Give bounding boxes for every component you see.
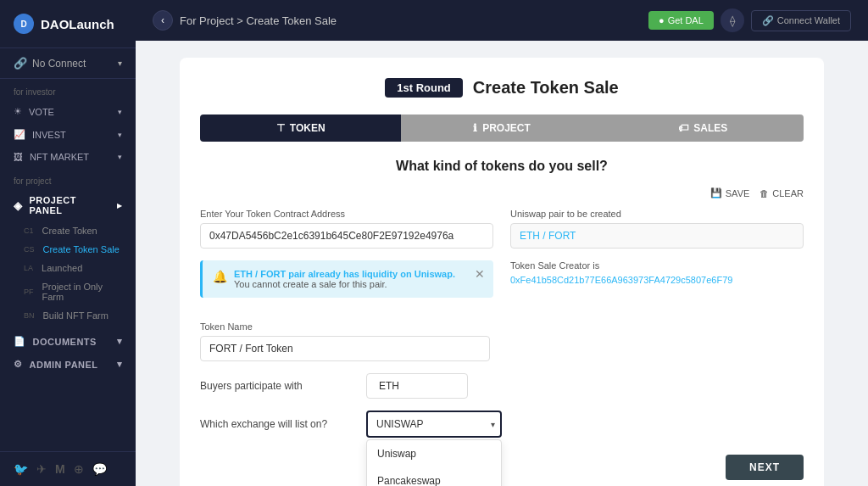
- exchange-select[interactable]: UNISWAP: [366, 411, 502, 438]
- round-header: 1st Round Create Token Sale: [200, 78, 804, 98]
- invest-icon: 📈: [14, 129, 25, 140]
- buyers-row: Buyers participate with ETH: [200, 373, 804, 399]
- nft-icon: 🖼: [14, 152, 23, 162]
- sidebar-item-invest[interactable]: 📈 INVEST ▾: [0, 123, 136, 146]
- connect-arrow: ▾: [118, 59, 122, 68]
- section-investor: for Investor: [0, 79, 136, 100]
- invest-arrow: ▾: [118, 131, 122, 139]
- buyers-label: Buyers participate with: [200, 380, 353, 392]
- sidebar-sub-launched[interactable]: LA Launched: [0, 259, 136, 277]
- creator-col: Token Sale Creator is 0xFe41b58Cd21b77E6…: [510, 260, 804, 310]
- vote-icon: ☀: [14, 106, 22, 117]
- breadcrumb-text: For Project > Create Token Sale: [180, 14, 337, 27]
- token-name-input[interactable]: [200, 336, 490, 361]
- sidebar-item-nft-market[interactable]: 🖼 NFT MARKET ▾: [0, 146, 136, 168]
- get-dal-label: Get DAL: [668, 15, 704, 25]
- documents-arrow: ▾: [117, 336, 123, 347]
- token-address-input[interactable]: [200, 223, 493, 249]
- vote-label: VOTE: [29, 107, 54, 117]
- alert-box: 🔔 ETH / FORT pair already has liquidity …: [200, 260, 493, 298]
- buyers-value: ETH: [366, 373, 468, 399]
- save-label: SAVE: [726, 188, 750, 198]
- alert-col: 🔔 ETH / FORT pair already has liquidity …: [200, 260, 493, 310]
- telegram-icon[interactable]: ✈: [36, 462, 47, 476]
- connect-wallet-button[interactable]: 🔗 Connect Wallet: [751, 10, 851, 31]
- exchange-row: Which exchange will list on? UNISWAP ▾ U…: [200, 411, 804, 438]
- tab-sales[interactable]: 🏷 SALES: [603, 115, 804, 142]
- nft-arrow: ▾: [118, 153, 122, 161]
- page-title: Create Token Sale: [473, 78, 619, 98]
- eth-icon-button[interactable]: ⟠: [721, 8, 744, 32]
- save-button[interactable]: 💾 SAVE: [710, 187, 750, 198]
- round-badge: 1st Round: [385, 78, 463, 98]
- uniswap-pair-value: ETH / FORT: [510, 223, 804, 249]
- alert-close-button[interactable]: ✕: [475, 267, 485, 281]
- exchange-select-wrapper: UNISWAP ▾ Uniswap Pancakeswap: [366, 411, 502, 438]
- connect-icon: 🔗: [14, 57, 27, 70]
- form-actions: 💾 SAVE 🗑 CLEAR: [200, 187, 804, 198]
- sidebar-sub-create-token[interactable]: C1 Create Token: [0, 221, 136, 240]
- project-panel-icon: ◈: [14, 199, 23, 212]
- invest-label: INVEST: [32, 130, 66, 140]
- build-nft-farm-label: Build NFT Farm: [43, 310, 108, 321]
- next-button[interactable]: NEXT: [726, 455, 804, 480]
- sidebar-item-vote[interactable]: ☀ VOTE ▾: [0, 100, 136, 123]
- token-address-row: Enter Your Token Contract Address Uniswa…: [200, 209, 804, 249]
- sidebar-footer: 🐦 ✈ M ⊕ 💬: [0, 451, 136, 486]
- sidebar-sub-create-token-sale[interactable]: CS Create Token Sale: [0, 240, 136, 259]
- token-tab-label: TOKEN: [290, 122, 326, 134]
- project-panel-label: PROJECT PANEL: [30, 195, 110, 215]
- section-project: for Project: [0, 168, 136, 189]
- token-name-label: Token Name: [200, 321, 804, 332]
- alert-title: ETH / FORT pair already has liquidity on…: [234, 269, 455, 279]
- admin-label: ADMIN PANEL: [30, 360, 98, 370]
- connect-wallet-label: Connect Wallet: [777, 15, 840, 25]
- sidebar-item-admin-panel[interactable]: ⚙ ADMIN PANEL ▾: [0, 353, 136, 376]
- eth-symbol: ⟠: [730, 14, 735, 27]
- token-address-col: Enter Your Token Contract Address: [200, 209, 493, 249]
- token-tab-icon: ⊤: [276, 122, 285, 134]
- form-footer: NEXT: [200, 455, 804, 480]
- create-token-sale-badge: CS: [24, 245, 35, 254]
- sidebar-item-documents[interactable]: 📄 DOCUMENTS ▾: [0, 330, 136, 353]
- get-dal-button[interactable]: ● Get DAL: [648, 11, 714, 30]
- uniswap-pair-label: Uniswap pair to be created: [510, 209, 804, 219]
- admin-icon: ⚙: [14, 359, 23, 370]
- project-only-farm-label: Project in Only Farm: [42, 282, 122, 302]
- twitter-icon[interactable]: 🐦: [14, 462, 28, 476]
- launched-label: Launched: [42, 263, 82, 273]
- main: ‹ For Project > Create Token Sale ● Get …: [136, 0, 868, 486]
- sales-tab-icon: 🏷: [678, 122, 688, 134]
- topbar: ‹ For Project > Create Token Sale ● Get …: [136, 0, 868, 41]
- project-tab-label: PROJECT: [482, 122, 531, 134]
- sidebar-sub-build-nft-farm[interactable]: BN Build NFT Farm: [0, 306, 136, 325]
- sidebar-connect[interactable]: 🔗 No Connect ▾: [0, 48, 136, 79]
- project-only-farm-badge: PF: [24, 288, 34, 296]
- create-token-badge: C1: [24, 226, 34, 235]
- uniswap-pair-col: Uniswap pair to be created ETH / FORT: [510, 209, 804, 249]
- github-icon[interactable]: ⊕: [74, 462, 84, 476]
- option-uniswap[interactable]: Uniswap: [367, 440, 501, 467]
- back-button[interactable]: ‹: [153, 10, 173, 31]
- discord-icon[interactable]: 💬: [92, 462, 107, 476]
- option-pancakeswap[interactable]: Pancakeswap: [367, 467, 501, 486]
- steps-tabs: ⊤ TOKEN ℹ PROJECT 🏷 SALES: [200, 115, 804, 142]
- breadcrumb: ‹ For Project > Create Token Sale: [153, 10, 337, 31]
- tab-project[interactable]: ℹ PROJECT: [401, 115, 602, 142]
- topbar-actions: ● Get DAL ⟠ 🔗 Connect Wallet: [648, 8, 851, 32]
- sidebar: D DAOLaunch 🔗 No Connect ▾ for Investor …: [0, 0, 136, 486]
- main-card: 1st Round Create Token Sale ⊤ TOKEN ℹ PR…: [180, 58, 824, 486]
- bell-icon: 🔔: [213, 270, 227, 283]
- clear-label: CLEAR: [772, 188, 804, 198]
- clear-button[interactable]: 🗑 CLEAR: [760, 187, 804, 198]
- creator-label: Token Sale Creator is: [510, 260, 804, 271]
- clear-icon: 🗑: [760, 188, 769, 198]
- tab-token[interactable]: ⊤ TOKEN: [200, 115, 401, 142]
- sidebar-logo: D DAOLaunch: [0, 0, 136, 48]
- sidebar-item-project-panel[interactable]: ◈ PROJECT PANEL ▸: [0, 189, 136, 221]
- medium-icon[interactable]: M: [55, 462, 65, 476]
- connect-label: No Connect: [32, 58, 86, 70]
- logo-icon: D: [14, 14, 34, 34]
- sidebar-sub-project-only-farm[interactable]: PF Project in Only Farm: [0, 277, 136, 306]
- form-title: What kind of tokens do you sell?: [200, 159, 804, 174]
